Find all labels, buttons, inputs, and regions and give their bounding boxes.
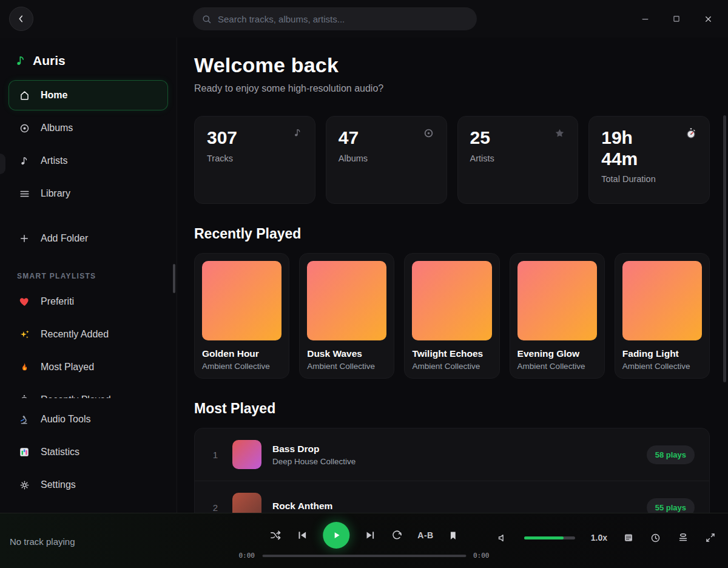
maximize-button[interactable]: [669, 11, 684, 27]
playback-speed-button[interactable]: 1.0x: [591, 533, 607, 543]
playlist-item-most-played[interactable]: Most Played: [8, 352, 168, 382]
playlist-item-recently-added[interactable]: Recently Added: [8, 319, 168, 350]
album-title: Twilight Echoes: [412, 348, 491, 359]
sidebar-item-home[interactable]: Home: [8, 80, 168, 110]
sidebar-item-label: Artists: [41, 155, 67, 166]
ab-loop-button[interactable]: A-B: [417, 530, 433, 540]
minimize-button[interactable]: [637, 11, 653, 27]
album-artist: Ambient Collective: [517, 362, 597, 371]
stat-card-artists: 25 Artists: [457, 116, 579, 204]
close-button[interactable]: [700, 11, 716, 27]
maximize-icon: [672, 15, 681, 23]
app-name: Auris: [33, 53, 66, 68]
close-icon: [704, 15, 713, 24]
note-icon: [292, 127, 303, 138]
chevron-left-icon: [16, 14, 26, 24]
stat-label: Tracks: [207, 154, 303, 163]
queue-button[interactable]: [677, 532, 689, 544]
track-rank: 1: [209, 450, 221, 460]
gear-icon: [18, 479, 31, 491]
playback-controls: A-B: [269, 522, 458, 549]
volume-slider[interactable]: [524, 536, 575, 539]
album-title: Golden Hour: [202, 348, 281, 359]
music-note-logo-icon: [15, 55, 27, 67]
sidebar-item-albums[interactable]: Albums: [8, 113, 168, 143]
microscope-icon: [18, 414, 31, 425]
sidebar-item-library[interactable]: Library: [8, 178, 168, 209]
album-artist: Ambient Collective: [412, 362, 491, 371]
volume-fill: [524, 536, 564, 539]
sidebar-scrollbar[interactable]: [173, 264, 175, 293]
playlist-item-label: Preferiti: [41, 296, 74, 307]
album-card[interactable]: Evening Glow Ambient Collective: [510, 253, 605, 379]
recently-played-heading: Recently Played: [194, 226, 710, 242]
album-card[interactable]: Twilight Echoes Ambient Collective: [404, 253, 499, 379]
stat-value: 25: [470, 127, 490, 149]
album-artist: Ambient Collective: [307, 362, 386, 371]
stat-label: Artists: [470, 154, 566, 163]
add-folder-label: Add Folder: [41, 233, 88, 244]
next-track-button[interactable]: [364, 529, 376, 541]
track-row[interactable]: 2 Rock Anthem 55 plays: [195, 481, 709, 513]
main-scrollbar[interactable]: [723, 115, 726, 382]
album-art: [202, 261, 281, 340]
album-card[interactable]: Fading Light Ambient Collective: [615, 253, 710, 379]
play-button[interactable]: [323, 522, 349, 549]
seek-slider[interactable]: [262, 555, 466, 557]
album-artist: Ambient Collective: [622, 362, 702, 371]
sidebar-item-settings[interactable]: Settings: [8, 470, 168, 500]
stat-card-albums: 47 Albums: [326, 116, 447, 204]
fullscreen-button[interactable]: [705, 532, 716, 543]
play-count-badge: 58 plays: [647, 445, 695, 464]
sidebar-collapse-handle[interactable]: [0, 154, 5, 174]
back-button[interactable]: [9, 7, 33, 31]
track-art: [232, 440, 261, 469]
smart-playlists-list: Preferiti Recently Added Most Played Rec…: [0, 286, 177, 398]
track-title: Rock Anthem: [272, 501, 636, 512]
repeat-button[interactable]: [391, 529, 403, 541]
playlist-item-recently-played[interactable]: Recently Played: [8, 385, 168, 398]
bookmark-button[interactable]: [448, 530, 459, 541]
queue-icon: [677, 532, 689, 544]
sidebar-item-artists[interactable]: Artists: [8, 146, 168, 176]
album-card[interactable]: Golden Hour Ambient Collective: [194, 253, 289, 379]
play-count-badge: 55 plays: [647, 498, 695, 513]
sidebar-tools-section: Audio Tools Statistics Settings: [0, 398, 177, 500]
track-artist: Deep House Collective: [272, 457, 636, 466]
elapsed-time: 0:00: [239, 552, 255, 560]
topbar: [0, 0, 728, 38]
lyrics-button[interactable]: [623, 532, 634, 543]
now-playing-status: No track playing: [10, 536, 75, 547]
disc-icon: [18, 123, 31, 134]
sidebar-item-label: Home: [41, 90, 67, 101]
play-icon: [331, 530, 342, 541]
volume-button[interactable]: [497, 532, 508, 544]
stat-label: Albums: [339, 154, 434, 163]
previous-track-button[interactable]: [296, 529, 308, 541]
sidebar-item-label: Settings: [41, 479, 76, 490]
search-input[interactable]: [218, 14, 468, 24]
stat-card-duration: 19h 44m Total Duration: [588, 116, 710, 204]
disc-icon: [423, 127, 434, 139]
player-bar: No track playing A-B: [0, 513, 728, 568]
expand-icon: [705, 532, 716, 543]
playlist-item-preferiti[interactable]: Preferiti: [8, 286, 168, 317]
album-card[interactable]: Dusk Waves Ambient Collective: [299, 253, 394, 379]
list-icon: [18, 188, 31, 200]
skip-previous-icon: [296, 529, 308, 541]
track-row[interactable]: 1 Bass Drop Deep House Collective 58 pla…: [195, 428, 709, 481]
album-title: Dusk Waves: [307, 348, 386, 359]
add-folder-button[interactable]: Add Folder: [8, 223, 168, 254]
album-art: [412, 261, 491, 340]
minimize-icon: [641, 15, 650, 24]
sleep-timer-button[interactable]: [650, 532, 661, 544]
shuffle-button[interactable]: [269, 529, 281, 541]
album-art: [622, 261, 702, 340]
sidebar-item-statistics[interactable]: Statistics: [8, 437, 168, 467]
sidebar-item-audio-tools[interactable]: Audio Tools: [8, 404, 168, 434]
sidebar-item-label: Audio Tools: [41, 414, 90, 425]
album-art: [517, 261, 597, 340]
search-bar[interactable]: [193, 7, 477, 30]
stat-value: 47: [339, 127, 359, 149]
sidebar-nav: Home Albums Artists Library Add Folder: [0, 80, 177, 254]
